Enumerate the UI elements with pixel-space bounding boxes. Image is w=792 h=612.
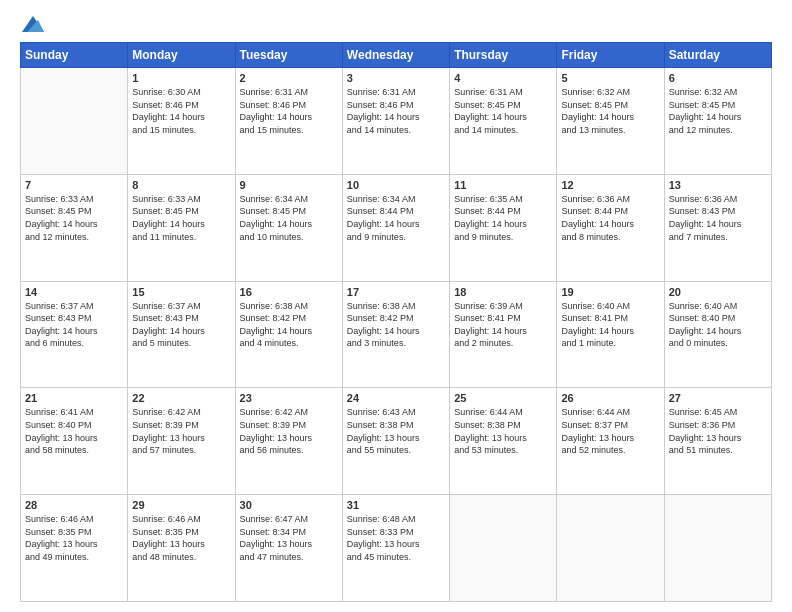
day-number: 10 bbox=[347, 179, 445, 191]
day-info: Sunrise: 6:46 AM Sunset: 8:35 PM Dayligh… bbox=[132, 513, 230, 563]
day-info: Sunrise: 6:32 AM Sunset: 8:45 PM Dayligh… bbox=[561, 86, 659, 136]
calendar-day-cell: 28Sunrise: 6:46 AM Sunset: 8:35 PM Dayli… bbox=[21, 495, 128, 602]
day-number: 20 bbox=[669, 286, 767, 298]
day-info: Sunrise: 6:33 AM Sunset: 8:45 PM Dayligh… bbox=[25, 193, 123, 243]
calendar-day-cell bbox=[21, 68, 128, 175]
calendar-week-row: 7Sunrise: 6:33 AM Sunset: 8:45 PM Daylig… bbox=[21, 174, 772, 281]
header bbox=[20, 16, 772, 32]
day-info: Sunrise: 6:48 AM Sunset: 8:33 PM Dayligh… bbox=[347, 513, 445, 563]
day-info: Sunrise: 6:32 AM Sunset: 8:45 PM Dayligh… bbox=[669, 86, 767, 136]
day-info: Sunrise: 6:36 AM Sunset: 8:44 PM Dayligh… bbox=[561, 193, 659, 243]
calendar-header-cell: Friday bbox=[557, 43, 664, 68]
day-number: 12 bbox=[561, 179, 659, 191]
day-number: 15 bbox=[132, 286, 230, 298]
calendar-day-cell: 17Sunrise: 6:38 AM Sunset: 8:42 PM Dayli… bbox=[342, 281, 449, 388]
day-number: 18 bbox=[454, 286, 552, 298]
day-number: 3 bbox=[347, 72, 445, 84]
day-info: Sunrise: 6:31 AM Sunset: 8:45 PM Dayligh… bbox=[454, 86, 552, 136]
day-number: 5 bbox=[561, 72, 659, 84]
calendar-body: 1Sunrise: 6:30 AM Sunset: 8:46 PM Daylig… bbox=[21, 68, 772, 602]
page: SundayMondayTuesdayWednesdayThursdayFrid… bbox=[0, 0, 792, 612]
calendar-header-cell: Thursday bbox=[450, 43, 557, 68]
day-number: 1 bbox=[132, 72, 230, 84]
day-info: Sunrise: 6:35 AM Sunset: 8:44 PM Dayligh… bbox=[454, 193, 552, 243]
day-number: 17 bbox=[347, 286, 445, 298]
calendar-day-cell: 23Sunrise: 6:42 AM Sunset: 8:39 PM Dayli… bbox=[235, 388, 342, 495]
calendar-day-cell: 15Sunrise: 6:37 AM Sunset: 8:43 PM Dayli… bbox=[128, 281, 235, 388]
logo-icon bbox=[22, 16, 44, 32]
logo bbox=[20, 16, 46, 32]
calendar-day-cell: 5Sunrise: 6:32 AM Sunset: 8:45 PM Daylig… bbox=[557, 68, 664, 175]
day-number: 31 bbox=[347, 499, 445, 511]
calendar-day-cell: 16Sunrise: 6:38 AM Sunset: 8:42 PM Dayli… bbox=[235, 281, 342, 388]
calendar-header-cell: Monday bbox=[128, 43, 235, 68]
calendar-header-cell: Wednesday bbox=[342, 43, 449, 68]
calendar-header-cell: Sunday bbox=[21, 43, 128, 68]
calendar-day-cell bbox=[557, 495, 664, 602]
calendar-day-cell bbox=[450, 495, 557, 602]
calendar-header-cell: Saturday bbox=[664, 43, 771, 68]
day-info: Sunrise: 6:30 AM Sunset: 8:46 PM Dayligh… bbox=[132, 86, 230, 136]
day-number: 26 bbox=[561, 392, 659, 404]
day-info: Sunrise: 6:37 AM Sunset: 8:43 PM Dayligh… bbox=[25, 300, 123, 350]
logo-text bbox=[20, 16, 46, 32]
calendar-day-cell bbox=[664, 495, 771, 602]
calendar-week-row: 1Sunrise: 6:30 AM Sunset: 8:46 PM Daylig… bbox=[21, 68, 772, 175]
calendar-day-cell: 10Sunrise: 6:34 AM Sunset: 8:44 PM Dayli… bbox=[342, 174, 449, 281]
calendar-day-cell: 11Sunrise: 6:35 AM Sunset: 8:44 PM Dayli… bbox=[450, 174, 557, 281]
day-number: 9 bbox=[240, 179, 338, 191]
day-number: 7 bbox=[25, 179, 123, 191]
calendar-day-cell: 8Sunrise: 6:33 AM Sunset: 8:45 PM Daylig… bbox=[128, 174, 235, 281]
day-info: Sunrise: 6:44 AM Sunset: 8:38 PM Dayligh… bbox=[454, 406, 552, 456]
calendar-day-cell: 30Sunrise: 6:47 AM Sunset: 8:34 PM Dayli… bbox=[235, 495, 342, 602]
day-info: Sunrise: 6:34 AM Sunset: 8:45 PM Dayligh… bbox=[240, 193, 338, 243]
calendar-day-cell: 6Sunrise: 6:32 AM Sunset: 8:45 PM Daylig… bbox=[664, 68, 771, 175]
calendar-header-cell: Tuesday bbox=[235, 43, 342, 68]
calendar-day-cell: 24Sunrise: 6:43 AM Sunset: 8:38 PM Dayli… bbox=[342, 388, 449, 495]
calendar-day-cell: 19Sunrise: 6:40 AM Sunset: 8:41 PM Dayli… bbox=[557, 281, 664, 388]
day-number: 11 bbox=[454, 179, 552, 191]
day-number: 13 bbox=[669, 179, 767, 191]
calendar-day-cell: 9Sunrise: 6:34 AM Sunset: 8:45 PM Daylig… bbox=[235, 174, 342, 281]
day-number: 6 bbox=[669, 72, 767, 84]
calendar-table: SundayMondayTuesdayWednesdayThursdayFrid… bbox=[20, 42, 772, 602]
day-info: Sunrise: 6:37 AM Sunset: 8:43 PM Dayligh… bbox=[132, 300, 230, 350]
day-info: Sunrise: 6:38 AM Sunset: 8:42 PM Dayligh… bbox=[347, 300, 445, 350]
day-info: Sunrise: 6:42 AM Sunset: 8:39 PM Dayligh… bbox=[240, 406, 338, 456]
day-number: 16 bbox=[240, 286, 338, 298]
calendar-day-cell: 20Sunrise: 6:40 AM Sunset: 8:40 PM Dayli… bbox=[664, 281, 771, 388]
day-number: 2 bbox=[240, 72, 338, 84]
day-number: 19 bbox=[561, 286, 659, 298]
calendar-day-cell: 4Sunrise: 6:31 AM Sunset: 8:45 PM Daylig… bbox=[450, 68, 557, 175]
day-info: Sunrise: 6:36 AM Sunset: 8:43 PM Dayligh… bbox=[669, 193, 767, 243]
calendar-day-cell: 1Sunrise: 6:30 AM Sunset: 8:46 PM Daylig… bbox=[128, 68, 235, 175]
day-number: 23 bbox=[240, 392, 338, 404]
calendar-header-row: SundayMondayTuesdayWednesdayThursdayFrid… bbox=[21, 43, 772, 68]
day-info: Sunrise: 6:39 AM Sunset: 8:41 PM Dayligh… bbox=[454, 300, 552, 350]
calendar-day-cell: 27Sunrise: 6:45 AM Sunset: 8:36 PM Dayli… bbox=[664, 388, 771, 495]
calendar-day-cell: 26Sunrise: 6:44 AM Sunset: 8:37 PM Dayli… bbox=[557, 388, 664, 495]
calendar-day-cell: 22Sunrise: 6:42 AM Sunset: 8:39 PM Dayli… bbox=[128, 388, 235, 495]
calendar-day-cell: 18Sunrise: 6:39 AM Sunset: 8:41 PM Dayli… bbox=[450, 281, 557, 388]
calendar-day-cell: 12Sunrise: 6:36 AM Sunset: 8:44 PM Dayli… bbox=[557, 174, 664, 281]
day-info: Sunrise: 6:31 AM Sunset: 8:46 PM Dayligh… bbox=[240, 86, 338, 136]
day-number: 25 bbox=[454, 392, 552, 404]
day-info: Sunrise: 6:47 AM Sunset: 8:34 PM Dayligh… bbox=[240, 513, 338, 563]
day-info: Sunrise: 6:44 AM Sunset: 8:37 PM Dayligh… bbox=[561, 406, 659, 456]
day-number: 24 bbox=[347, 392, 445, 404]
day-info: Sunrise: 6:34 AM Sunset: 8:44 PM Dayligh… bbox=[347, 193, 445, 243]
calendar-day-cell: 31Sunrise: 6:48 AM Sunset: 8:33 PM Dayli… bbox=[342, 495, 449, 602]
day-number: 28 bbox=[25, 499, 123, 511]
day-info: Sunrise: 6:33 AM Sunset: 8:45 PM Dayligh… bbox=[132, 193, 230, 243]
calendar-day-cell: 13Sunrise: 6:36 AM Sunset: 8:43 PM Dayli… bbox=[664, 174, 771, 281]
calendar-week-row: 28Sunrise: 6:46 AM Sunset: 8:35 PM Dayli… bbox=[21, 495, 772, 602]
day-number: 4 bbox=[454, 72, 552, 84]
calendar-day-cell: 14Sunrise: 6:37 AM Sunset: 8:43 PM Dayli… bbox=[21, 281, 128, 388]
day-info: Sunrise: 6:40 AM Sunset: 8:41 PM Dayligh… bbox=[561, 300, 659, 350]
day-number: 27 bbox=[669, 392, 767, 404]
day-info: Sunrise: 6:43 AM Sunset: 8:38 PM Dayligh… bbox=[347, 406, 445, 456]
day-info: Sunrise: 6:38 AM Sunset: 8:42 PM Dayligh… bbox=[240, 300, 338, 350]
day-number: 8 bbox=[132, 179, 230, 191]
day-info: Sunrise: 6:45 AM Sunset: 8:36 PM Dayligh… bbox=[669, 406, 767, 456]
day-number: 29 bbox=[132, 499, 230, 511]
